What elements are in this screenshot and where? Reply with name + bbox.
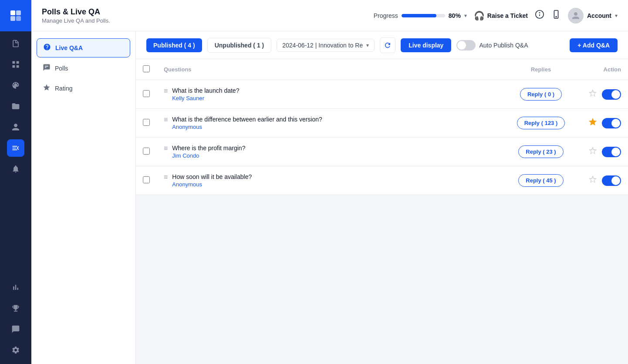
qa-table: Questions Replies Action ≡ What is the l… — [136, 59, 628, 195]
avatar — [568, 8, 584, 24]
question-cell-0: ≡ What is the launch date? Kelly Sauner — [157, 80, 506, 109]
replies-cell-3: Reply ( 45 ) — [506, 166, 576, 195]
row-checkbox-3[interactable] — [143, 176, 150, 183]
progress-caret-icon[interactable]: ▾ — [464, 13, 467, 19]
nav-user-icon[interactable] — [7, 118, 24, 136]
svg-rect-3 — [16, 16, 21, 21]
live-display-button[interactable]: Live display — [401, 38, 451, 52]
progress-bar-fill — [402, 14, 436, 17]
session-caret-icon: ▾ — [366, 42, 369, 48]
row-toggle-0[interactable] — [602, 89, 621, 100]
table-row: ≡ How soon will it be available? Anonymo… — [136, 166, 628, 195]
add-qa-button[interactable]: + Add Q&A — [570, 38, 618, 52]
nav-rail — [0, 0, 31, 364]
content-area: Live Q&A Polls Rating Published ( 4 ) Un… — [31, 31, 628, 364]
star-icon-0[interactable] — [588, 88, 598, 100]
qa-panel: Published ( 4 ) Unpublished ( 1 ) 2024-0… — [136, 31, 628, 364]
row-toggle-2[interactable] — [602, 147, 621, 157]
sidebar-item-live-qa[interactable]: Live Q&A — [37, 38, 130, 57]
sidebar-item-rating[interactable]: Rating — [37, 79, 130, 98]
qa-table-body: ≡ What is the launch date? Kelly Sauner … — [136, 80, 628, 195]
nav-chat-icon[interactable] — [7, 320, 24, 338]
question-author-2[interactable]: Jim Condo — [172, 152, 245, 159]
rating-icon — [43, 84, 51, 93]
live-qa-icon — [43, 43, 51, 53]
reply-button-2[interactable]: Reply ( 23 ) — [518, 145, 563, 158]
rating-label: Rating — [55, 85, 72, 92]
auto-publish-area: Auto Publish Q&A — [456, 40, 528, 51]
header-title-area: Polls & Live QA Manage Live QA and Polls… — [42, 7, 374, 24]
polls-icon — [43, 64, 51, 73]
main-area: Polls & Live QA Manage Live QA and Polls… — [31, 0, 628, 364]
table-header-row: Questions Replies Action — [136, 59, 628, 80]
sidebar-item-polls[interactable]: Polls — [37, 59, 130, 78]
reply-button-1[interactable]: Reply ( 123 ) — [517, 117, 565, 129]
session-select[interactable]: 2024-06-12 | Innovation to Re ▾ — [277, 39, 375, 52]
svg-rect-2 — [10, 16, 15, 21]
nav-palette-icon[interactable] — [7, 77, 24, 94]
star-icon-3[interactable] — [588, 175, 598, 186]
question-text-1: What is the difference between earlier a… — [172, 116, 322, 123]
question-text-3: How soon will it be available? — [172, 173, 252, 180]
question-author-1[interactable]: Anonymous — [172, 124, 322, 130]
table-row: ≡ What is the launch date? Kelly Sauner … — [136, 80, 628, 109]
nav-bell-icon[interactable] — [7, 160, 24, 178]
app-logo[interactable] — [0, 0, 31, 31]
drag-icon-2: ≡ — [164, 145, 168, 152]
raise-ticket-button[interactable]: 🎧 Raise a Ticket — [474, 10, 528, 21]
headphone-icon: 🎧 — [474, 10, 485, 21]
row-checkbox-1[interactable] — [143, 119, 150, 126]
star-icon-1[interactable] — [588, 117, 598, 129]
question-cell-1: ≡ What is the difference between earlier… — [157, 109, 506, 138]
drag-icon-3: ≡ — [164, 173, 168, 181]
app-title: Polls & Live QA — [42, 7, 374, 17]
top-header: Polls & Live QA Manage Live QA and Polls… — [31, 0, 628, 31]
account-label: Account — [587, 12, 611, 19]
nav-qa-icon[interactable] — [7, 139, 24, 157]
row-checkbox-cell-1 — [136, 109, 157, 138]
svg-point-8 — [556, 17, 557, 17]
polls-label: Polls — [55, 65, 68, 72]
row-checkbox-cell-0 — [136, 80, 157, 109]
nav-document-icon[interactable] — [7, 35, 24, 52]
action-column-header: Action — [576, 59, 628, 80]
mobile-icon[interactable] — [551, 10, 561, 21]
live-qa-label: Live Q&A — [55, 44, 83, 51]
row-checkbox-cell-2 — [136, 138, 157, 166]
replies-cell-2: Reply ( 23 ) — [506, 138, 576, 166]
question-cell-3: ≡ How soon will it be available? Anonymo… — [157, 166, 506, 195]
header-right: Progress 80% ▾ 🎧 Raise a Ticket — [374, 8, 618, 24]
auto-publish-toggle[interactable] — [456, 40, 476, 51]
reply-button-3[interactable]: Reply ( 45 ) — [518, 174, 563, 187]
unpublished-tab[interactable]: Unpublished ( 1 ) — [207, 38, 272, 53]
star-icon-2[interactable] — [588, 146, 598, 158]
refresh-button[interactable] — [380, 37, 395, 53]
action-cell-1 — [576, 109, 628, 138]
header-checkbox-cell — [136, 59, 157, 80]
nav-folder-icon[interactable] — [7, 98, 24, 115]
nav-trophy-icon[interactable] — [7, 300, 24, 317]
row-toggle-3[interactable] — [602, 175, 621, 186]
action-cell-2 — [576, 138, 628, 166]
nav-chart-icon[interactable] — [7, 279, 24, 296]
questions-column-header: Questions — [157, 59, 506, 80]
table-row: ≡ What is the difference between earlier… — [136, 109, 628, 138]
nav-grid-icon[interactable] — [7, 56, 24, 73]
question-text-0: What is the launch date? — [172, 87, 239, 94]
question-author-3[interactable]: Anonymous — [172, 181, 252, 188]
nav-settings-icon[interactable] — [7, 341, 24, 359]
row-checkbox-0[interactable] — [143, 90, 150, 97]
progress-percent: 80% — [449, 12, 461, 19]
account-area[interactable]: Account ▾ — [568, 8, 618, 24]
select-all-checkbox[interactable] — [143, 65, 150, 72]
progress-bar — [402, 14, 445, 17]
progress-area: Progress 80% ▾ — [374, 12, 467, 19]
row-toggle-1[interactable] — [602, 118, 621, 128]
reply-button-0[interactable]: Reply ( 0 ) — [520, 88, 562, 101]
published-tab[interactable]: Published ( 4 ) — [146, 38, 202, 52]
action-cell-0 — [576, 80, 628, 109]
svg-rect-0 — [10, 10, 15, 15]
row-checkbox-2[interactable] — [143, 148, 150, 155]
info-icon[interactable] — [535, 10, 544, 21]
question-author-0[interactable]: Kelly Sauner — [172, 95, 239, 101]
